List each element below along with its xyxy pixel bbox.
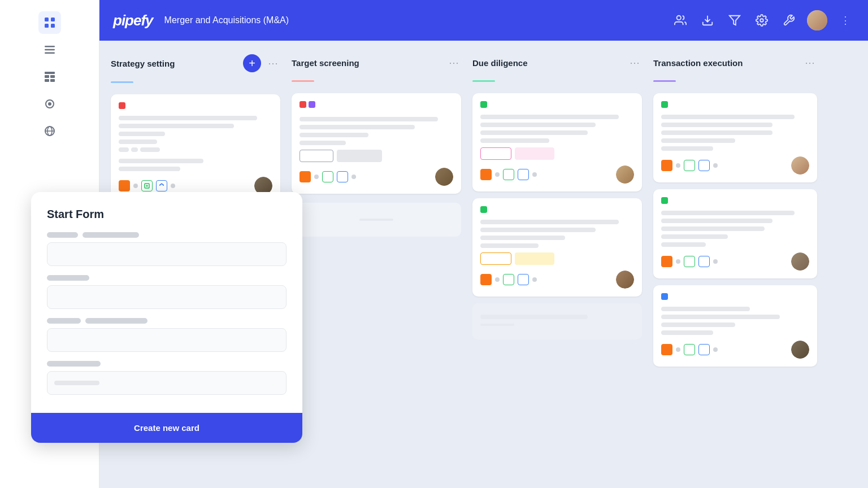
card-tag-purple: [309, 101, 315, 108]
form-input-3[interactable]: [47, 328, 287, 352]
column-strategy-title: Strategy setting: [111, 59, 238, 68]
logo-text: pipefy: [113, 12, 153, 29]
card: [111, 94, 280, 203]
card-icon-dot: [495, 172, 500, 177]
header-menu-icon[interactable]: ⋮: [836, 11, 854, 29]
card-icon-orange: [661, 160, 672, 171]
wrench-icon[interactable]: [780, 11, 798, 29]
column-due-diligence-menu-icon[interactable]: ⋯: [627, 54, 642, 71]
card-icon-green: [503, 274, 514, 285]
card-tag-green: [480, 101, 487, 108]
svg-rect-7: [45, 72, 55, 74]
card: [653, 285, 817, 367]
form-field-2: [47, 275, 287, 309]
card-icon-blue: [698, 256, 710, 267]
input-content: [54, 252, 64, 256]
sidebar-icon-grid[interactable]: [38, 11, 61, 34]
card-icon-dot: [532, 172, 537, 177]
form-input-2[interactable]: [47, 285, 287, 309]
card-icon-blue: [698, 344, 710, 355]
card-icon-dot: [676, 259, 680, 264]
card-line: [661, 115, 795, 119]
card-placeholder: [472, 303, 642, 339]
card-line: [119, 116, 257, 120]
card: [653, 93, 817, 182]
card-footer: [661, 156, 809, 175]
header-avatar[interactable]: [807, 10, 827, 30]
form-field-1: [47, 232, 287, 266]
card-icon-orange: [661, 344, 672, 355]
card-line: [300, 117, 438, 121]
card-footer: [661, 252, 809, 271]
column-transaction-title: Transaction execution: [653, 58, 798, 68]
svg-rect-11: [50, 79, 55, 82]
card-icons: [661, 160, 718, 171]
card-detail-line: [140, 147, 160, 152]
users-icon[interactable]: [671, 11, 689, 29]
card-icon-blue: [518, 274, 529, 285]
sidebar-icon-automation[interactable]: [38, 93, 61, 115]
card: [653, 189, 817, 278]
card-badge-yellow: [515, 252, 554, 265]
card-icon-green: [503, 169, 514, 180]
card-line: [480, 130, 588, 135]
column-due-diligence-title: Due diligence: [472, 58, 623, 68]
header: pipefy Merger and Acquisitions (M&A): [99, 0, 868, 41]
svg-rect-10: [45, 79, 49, 82]
card: [472, 198, 642, 297]
card-line: [661, 138, 735, 143]
card: [292, 93, 461, 194]
card-line: [661, 219, 772, 223]
card-footer: [480, 165, 634, 184]
card-line: [661, 234, 728, 239]
card-line: [661, 242, 706, 247]
card-line: [119, 140, 157, 144]
export-icon[interactable]: [698, 11, 717, 29]
create-new-card-button[interactable]: Create new card: [47, 423, 287, 433]
card-line: [661, 123, 772, 127]
form-label-bar: [47, 318, 81, 324]
card-line: [119, 124, 234, 128]
card-icon-orange: [300, 171, 311, 182]
card: [472, 93, 642, 191]
form-body: Start Form: [31, 192, 302, 413]
card-line: [119, 159, 203, 163]
card-tag-blue: [661, 293, 668, 300]
svg-rect-3: [51, 24, 55, 28]
column-strategy-menu-icon[interactable]: ⋯: [266, 55, 280, 72]
column-transaction-menu-icon[interactable]: ⋯: [802, 54, 817, 71]
column-due-diligence: Due diligence ⋯: [472, 54, 642, 474]
add-card-strategy-button[interactable]: +: [243, 54, 261, 72]
card-icon-dot: [532, 277, 537, 282]
card-icon-dot: [713, 347, 718, 352]
form-footer[interactable]: Create new card: [31, 413, 302, 443]
form-label-bar: [85, 318, 147, 324]
filter-icon[interactable]: [726, 11, 744, 29]
sidebar-icon-list[interactable]: [38, 38, 61, 61]
form-input-4[interactable]: [47, 371, 287, 395]
card-badges: [300, 150, 453, 162]
column-target-line: [292, 80, 314, 82]
card-line: [300, 141, 346, 145]
card-icon-orange: [480, 274, 492, 285]
card-line: [480, 115, 619, 119]
column-target-menu-icon[interactable]: ⋯: [446, 54, 461, 71]
form-input-1[interactable]: [47, 242, 287, 266]
card-tag-green: [480, 206, 487, 213]
card-detail-line: [131, 147, 138, 152]
settings-icon[interactable]: [753, 11, 771, 29]
sidebar-icon-globe[interactable]: [38, 120, 61, 142]
sidebar-icon-table[interactable]: [38, 66, 61, 88]
column-due-diligence-line: [472, 80, 495, 82]
card-icon-blue: [518, 169, 529, 180]
svg-rect-9: [50, 75, 55, 78]
start-form-panel: Start Form: [31, 192, 302, 443]
form-label-3: [47, 318, 287, 324]
form-label-2: [47, 275, 89, 281]
card-icon-blue-outline: [156, 180, 167, 191]
card-badge-pink: [515, 147, 554, 160]
card-badge-yellow-outline: [480, 252, 511, 265]
card-icon-green-outline: [141, 180, 153, 191]
card-icon-dot: [314, 175, 319, 179]
card-line: [480, 220, 619, 224]
